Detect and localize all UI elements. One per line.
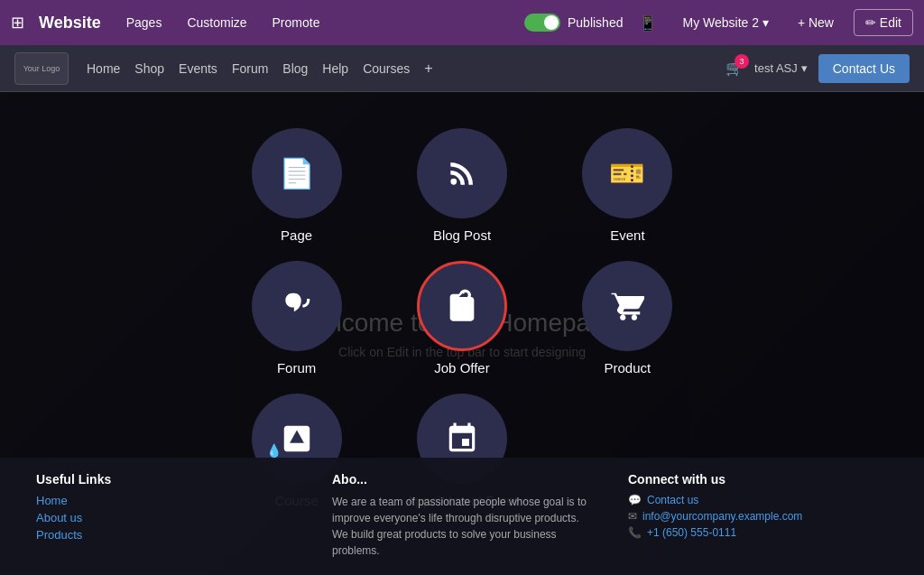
page-type-circle-job [417,261,507,351]
footer-link-home[interactable]: Home [36,494,296,507]
nav-customize[interactable]: Customize [176,10,257,35]
site-nav: Your Logo Home Shop Events Forum Blog He… [0,45,924,92]
site-nav-events[interactable]: Events [179,61,217,76]
published-toggle[interactable] [524,14,560,32]
footer-useful-links-title: Useful Links [36,472,296,487]
published-label: Published [568,15,624,30]
page-type-event[interactable]: 🎫 Event [572,128,683,243]
chat-icon: 💬 [628,494,642,506]
site-nav-shop[interactable]: Shop [134,61,164,76]
footer-about-text: We are a team of passionate people whose… [332,494,592,559]
footer-about-title: Abo... [332,472,592,487]
footer-useful-links: Useful Links Home About us Products [36,472,296,561]
footer-contact-link[interactable]: Contact us [647,494,698,506]
edit-button[interactable]: ✏ Edit [854,9,913,36]
grid-icon[interactable]: ⊞ [11,13,24,32]
admin-nav: Pages Customize Promote [116,10,331,35]
page-type-label-event: Event [610,227,644,243]
page-type-label-blog: Blog Post [433,227,491,243]
site-nav-forum[interactable]: Forum [232,61,268,76]
page-type-circle-product [582,261,672,351]
contact-us-button[interactable]: Contact Us [818,54,910,83]
page-type-label-forum: Forum [277,360,316,376]
publish-toggle-group: Published [524,14,624,32]
site-nav-right: 🛒 3 test ASJ ▾ Contact Us [725,54,910,83]
admin-logo: Website [39,14,101,32]
footer-link-products[interactable]: Products [36,528,296,542]
footer-contact-email: ✉ info@yourcompany.example.com [628,510,888,523]
admin-bar: ⊞ Website Pages Customize Promote Publis… [0,0,924,45]
footer-connect-title: Connect with us [628,472,888,487]
footer-email-link[interactable]: info@yourcompany.example.com [642,510,802,523]
main-content: Welcome to your Homepage! Click on Edit … [0,92,924,575]
footer-link-about[interactable]: About us [36,511,296,524]
footer-about: Abo... We are a team of passionate peopl… [332,472,592,561]
page-type-label-page: Page [281,227,312,243]
mobile-icon[interactable]: 📱 [633,11,662,35]
footer-contact-chat: 💬 Contact us [628,494,888,506]
footer-strip: Useful Links Home About us Products Abo.… [0,458,924,575]
page-type-circle-event: 🎫 [582,128,672,218]
mail-icon: ✉ [628,510,637,523]
page-type-job-offer[interactable]: Job Offer [406,261,517,376]
site-nav-blog[interactable]: Blog [282,61,308,76]
nav-promote[interactable]: Promote [262,10,331,35]
page-type-circle-forum [252,261,342,351]
cart-icon-wrap[interactable]: 🛒 3 [725,60,744,77]
cart-badge: 3 [735,54,749,69]
new-button[interactable]: + New [789,10,843,35]
phone-icon: 📞 [628,526,642,539]
site-nav-links: Home Shop Events Forum Blog Help Courses… [87,60,433,77]
page-type-blog-post[interactable]: Blog Post [406,128,517,243]
site-nav-home[interactable]: Home [87,61,120,76]
admin-bar-left: ⊞ Website Pages Customize Promote [11,10,330,35]
site-nav-courses[interactable]: Courses [363,61,410,76]
page-type-circle-page: 📄 [252,128,342,218]
chevron-down-icon: ▾ [801,61,808,75]
page-type-label-job: Job Offer [434,360,489,376]
page-type-product[interactable]: Product [572,261,683,376]
admin-bar-right: Published 📱 My Website 2 ▾ + New ✏ Edit [524,9,913,36]
footer-contact-phone: 📞 +1 (650) 555-0111 [628,526,888,539]
footer-phone-link[interactable]: +1 (650) 555-0111 [647,526,736,539]
page-type-page[interactable]: 📄 Page [241,128,352,243]
page-type-label-product: Product [605,360,651,376]
page-type-circle-blog [417,128,507,218]
user-label: test ASJ [754,61,798,75]
page-type-forum[interactable]: Forum [241,261,352,376]
odoo-drop-icon: 💧 [266,443,282,458]
footer-connect: Connect with us 💬 Contact us ✉ info@your… [628,472,888,561]
site-nav-help[interactable]: Help [322,61,348,76]
nav-pages[interactable]: Pages [116,10,173,35]
site-nav-add-page[interactable]: + [424,60,432,77]
website-name-dropdown[interactable]: My Website 2 ▾ [673,10,777,35]
site-logo: Your Logo [14,52,69,85]
user-menu[interactable]: test ASJ ▾ [754,61,808,75]
